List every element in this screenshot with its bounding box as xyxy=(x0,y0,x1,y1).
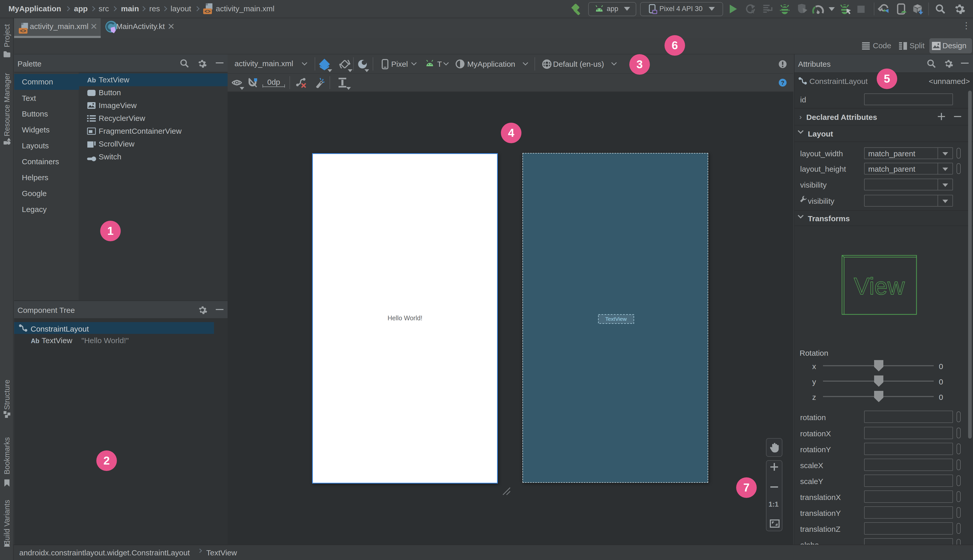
svg-text:View: View xyxy=(854,273,904,299)
svg-text:<>: <> xyxy=(20,28,26,33)
svg-text:<>: <> xyxy=(204,8,211,14)
svg-text:TextView: TextView xyxy=(605,316,627,322)
svg-text:A: A xyxy=(751,9,754,14)
svg-text:?: ? xyxy=(781,80,784,86)
